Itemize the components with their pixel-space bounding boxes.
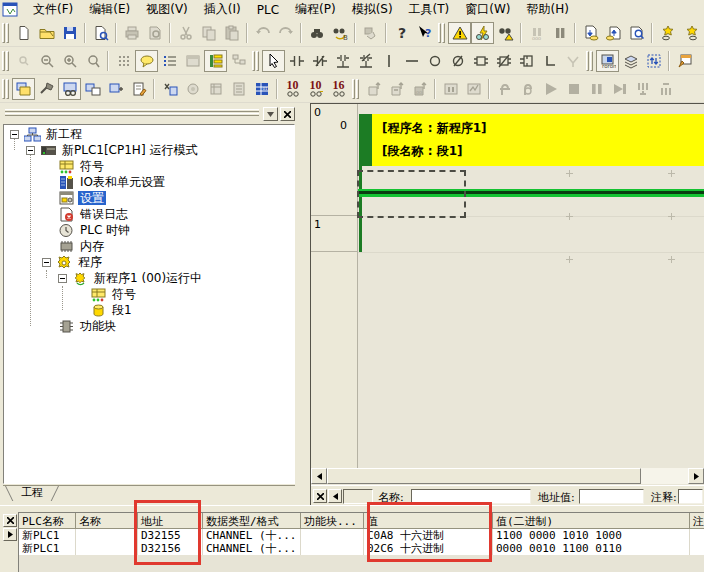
vertical-line-button[interactable] <box>377 50 400 72</box>
tree-item-settings[interactable]: 设置 <box>58 190 106 206</box>
local-window-button[interactable] <box>104 78 127 100</box>
context-help-button[interactable]: ? <box>413 22 436 44</box>
rung-comment-block[interactable]: [程序名 : 新程序1] [段名称 : 段1] <box>372 114 704 166</box>
footer-close-icon[interactable] <box>313 489 327 503</box>
col-plc-name[interactable]: PLC名称 <box>19 513 76 529</box>
tree-item-section1[interactable]: 段1 <box>90 302 134 318</box>
tree-item-program1[interactable]: 新程序1 (00)运行中 <box>58 270 204 286</box>
new-closed-contact-button[interactable] <box>308 50 331 72</box>
menu-program[interactable]: 编程(P) <box>287 0 344 20</box>
cell-datatype[interactable]: CHANNEL (十... <box>203 529 301 542</box>
toolbar-grip[interactable] <box>2 23 10 43</box>
properties-window-button[interactable] <box>673 50 696 72</box>
transfer-to-plc-button[interactable] <box>579 22 602 44</box>
watch-row[interactable]: 新PLC1 D32156 CHANNEL (十... 02C6 十六进制 000… <box>19 542 704 555</box>
replace-button[interactable]: B <box>328 22 351 44</box>
tree-item-label[interactable]: 内存 <box>78 239 106 253</box>
collapse-icon[interactable] <box>10 130 19 139</box>
menu-edit[interactable]: 编辑(E) <box>81 0 138 20</box>
new-closed-or-contact-button[interactable] <box>354 50 377 72</box>
compile-check-button[interactable] <box>448 22 471 44</box>
rung-annotation-button[interactable] <box>158 50 181 72</box>
cell-datatype[interactable]: CHANNEL (十... <box>203 542 301 555</box>
toolbar-grip[interactable] <box>2 51 10 71</box>
data-trace-button[interactable] <box>656 22 679 44</box>
menu-simulation[interactable]: 模拟(S) <box>344 0 401 20</box>
horizontal-line-button[interactable] <box>400 50 423 72</box>
save-button[interactable] <box>58 22 81 44</box>
tree-item-label[interactable]: 新工程 <box>44 127 84 141</box>
cell-fb[interactable] <box>301 542 364 555</box>
new-or-contact-button[interactable] <box>331 50 354 72</box>
tree-item-label[interactable]: 错误日志 <box>78 207 130 221</box>
monitor-decimal-button[interactable]: 10 <box>281 78 304 100</box>
view-diagram-button[interactable] <box>89 22 112 44</box>
tree-item-label[interactable]: 新PLC1[CP1H] 运行模式 <box>60 143 199 157</box>
grid-toggle-button[interactable] <box>112 50 135 72</box>
zoom-100-button[interactable] <box>81 50 104 72</box>
new-contact-button[interactable] <box>285 50 308 72</box>
watch-expand-icon[interactable] <box>3 528 17 541</box>
cell-comment[interactable] <box>690 529 704 542</box>
vertical-down-connector-button[interactable] <box>538 50 561 72</box>
ladder-cursor[interactable] <box>357 170 466 218</box>
pane-drag-grip[interactable] <box>5 109 259 118</box>
output-window-button[interactable] <box>35 78 58 100</box>
tab-project[interactable]: 工程 <box>9 486 55 501</box>
cell-fb[interactable] <box>301 529 364 542</box>
pane-close-button[interactable] <box>280 107 295 121</box>
new-closed-coil-button[interactable] <box>446 50 469 72</box>
new-coil-button[interactable] <box>423 50 446 72</box>
tree-item-error-log[interactable]: 错误日志 <box>58 206 130 222</box>
watch-window-button[interactable] <box>58 78 81 100</box>
col-value-binary[interactable]: 值(二进制) <box>493 513 690 529</box>
tree-item-io-table[interactable]: IO表和单元设置 <box>58 174 167 190</box>
cell-value-binary[interactable]: 0000 0010 1100 0110 <box>493 542 690 555</box>
tree-item-label[interactable]: IO表和单元设置 <box>78 175 167 189</box>
scrollbar-thumb[interactable] <box>327 468 641 484</box>
tree-item-plc[interactable]: 新PLC1[CP1H] 运行模式 <box>26 142 199 158</box>
tree-item-function-blocks[interactable]: 功能块 <box>58 318 118 334</box>
menu-plc[interactable]: PLC <box>249 1 287 19</box>
collapse-icon[interactable] <box>58 274 67 283</box>
tree-item-project[interactable]: 新工程 <box>10 126 84 142</box>
rung-1-margin-cell[interactable]: 1 <box>311 216 357 252</box>
collapse-icon[interactable] <box>26 146 35 155</box>
cross-reference-report-button[interactable] <box>158 78 181 100</box>
tree-item-symbols[interactable]: 符号 <box>58 158 106 174</box>
tree-item-memory[interactable]: 内存 <box>58 238 106 254</box>
cell-plc-name[interactable]: 新PLC1 <box>19 529 76 542</box>
work-online-simulator-button[interactable] <box>471 22 494 44</box>
col-fb[interactable]: 功能块... <box>301 513 364 529</box>
properties-pad-button[interactable] <box>127 78 150 100</box>
menu-insert[interactable]: 插入(I) <box>196 0 249 20</box>
rung-0-margin-cell[interactable]: 0 0 <box>311 104 357 216</box>
comment-input[interactable] <box>678 489 703 504</box>
toolbar-grip[interactable] <box>2 79 10 99</box>
toolbar-grip[interactable] <box>586 51 594 71</box>
monitor-hex-button[interactable]: 16 <box>327 78 350 100</box>
new-closed-instruction-button[interactable] <box>492 50 515 72</box>
col-name[interactable]: 名称 <box>76 513 138 529</box>
tree-item-program-symbols[interactable]: 符号 <box>90 286 138 302</box>
tree-item-label[interactable]: 程序 <box>76 255 104 269</box>
cell-plc-name[interactable]: 新PLC1 <box>19 542 76 555</box>
menu-help[interactable]: 帮助(H) <box>519 0 577 20</box>
scroll-left-icon[interactable] <box>311 468 327 484</box>
zoom-out-button[interactable] <box>35 50 58 72</box>
pause-button[interactable] <box>548 22 571 44</box>
footer-back-icon[interactable] <box>328 489 342 503</box>
comment-toggle-button[interactable] <box>135 50 158 72</box>
new-button[interactable] <box>12 22 35 44</box>
ladder-view-button[interactable] <box>204 50 227 72</box>
menu-window[interactable]: 窗口(W) <box>457 0 518 20</box>
tree-item-label[interactable]: 设置 <box>78 191 106 205</box>
tree-item-plc-clock[interactable]: PLC 时钟 <box>58 222 132 238</box>
cell-name[interactable] <box>76 529 138 542</box>
cell-name[interactable] <box>76 542 138 555</box>
monitor-check-button[interactable] <box>494 22 517 44</box>
zoom-in-button[interactable] <box>58 50 81 72</box>
toolbar-grip[interactable] <box>252 51 260 71</box>
menu-file[interactable]: 文件(F) <box>25 0 81 20</box>
tree-item-label[interactable]: 段1 <box>110 303 134 317</box>
